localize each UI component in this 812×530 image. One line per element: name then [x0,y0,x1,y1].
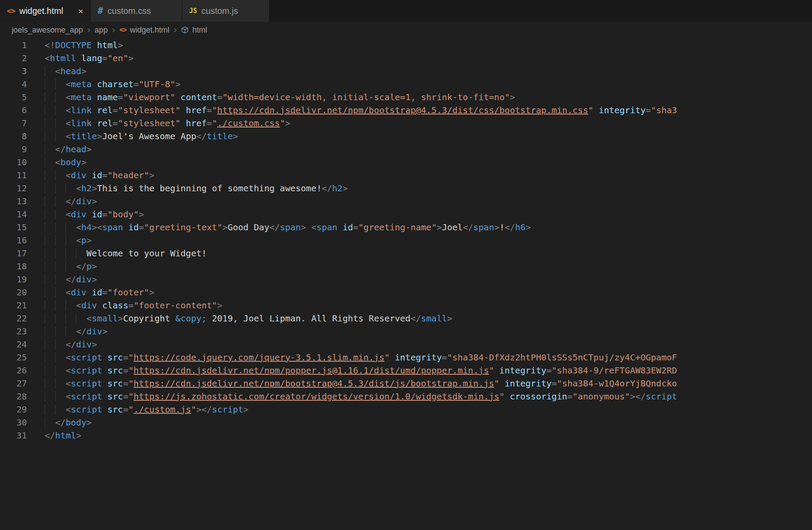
line-number[interactable]: 16 [0,234,27,247]
code-line-content[interactable]: </body> [27,416,92,429]
code-line-content[interactable]: </head> [27,143,92,156]
code-line-content[interactable]: <script src="https://cdn.jsdelivr.net/np… [27,377,677,390]
code-line-content[interactable]: <head> [27,65,86,78]
code-token: head [66,144,86,154]
tab-widget-html[interactable]: <> widget.html × [0,0,91,22]
line-number[interactable]: 18 [0,260,27,273]
code-line-content[interactable]: <div id="header"> [27,169,155,182]
line-number[interactable]: 30 [0,416,27,429]
code-line-content[interactable]: <body> [27,156,86,169]
code-line-content[interactable]: </div> [27,195,97,208]
line-number[interactable]: 23 [0,325,27,338]
code-token: < [97,222,102,232]
line-number[interactable]: 20 [0,286,27,299]
breadcrumb-item-app[interactable]: app [95,26,108,35]
code-token: 2019, Joel Lipman. All Rights Reserved [207,313,411,324]
line-number[interactable]: 21 [0,299,27,312]
line-number[interactable]: 7 [0,117,27,130]
line-number[interactable]: 8 [0,130,27,143]
code-line-content[interactable]: <div id="footer"> [27,286,155,299]
line-number[interactable]: 29 [0,403,27,416]
code-token: > [526,222,531,232]
line-number[interactable]: 28 [0,390,27,403]
close-tab-icon[interactable]: × [78,7,83,16]
breadcrumb-item-file[interactable]: <> widget.html [119,26,169,35]
code-line-content[interactable]: <title>Joel's Awesome App</title> [27,130,238,143]
code-line-content[interactable]: <script src="https://cdn.jsdelivr.net/np… [27,364,677,377]
code-token: div [76,196,92,206]
line-number[interactable]: 11 [0,169,27,182]
code-line-content[interactable]: <div id="body"> [27,208,144,221]
line-number[interactable]: 17 [0,247,27,260]
tab-custom-js[interactable]: JS custom.js [182,0,270,22]
code-token: = [102,287,107,298]
code-line: 23 </div> [0,325,812,338]
code-token: small [421,313,447,324]
breadcrumb-item-folder[interactable]: joels_awesome_app [12,26,83,35]
indent-guides [45,404,66,415]
line-number[interactable]: 24 [0,338,27,351]
code-line-content[interactable]: <link rel="stylesheet" href="https://cdn… [27,104,677,117]
breadcrumb-item-symbol[interactable]: html [181,26,207,35]
line-number[interactable]: 22 [0,312,27,325]
code-line: 17 Welcome to your Widget! [0,247,812,260]
line-number[interactable]: 26 [0,364,27,377]
code-token: < [66,404,71,415]
code-token: </ [66,196,76,206]
code-token: < [66,79,71,89]
code-line-content[interactable]: <p> [27,234,92,247]
tab-custom-css[interactable]: # custom.css [91,0,182,22]
line-number[interactable]: 19 [0,273,27,286]
code-line: 10 <body> [0,156,812,169]
code-line: 27 <script src="https://cdn.jsdelivr.net… [0,377,812,390]
code-line-content[interactable]: </div> [27,325,108,338]
code-line-content[interactable]: <meta charset="UTF-8"> [27,78,181,91]
line-number[interactable]: 13 [0,195,27,208]
code-token: > [92,274,97,285]
line-number[interactable]: 1 [0,39,27,52]
code-line-content[interactable]: </div> [27,273,97,286]
line-number[interactable]: 14 [0,208,27,221]
code-line: 12 <h2>This is the beginning of somethin… [0,182,812,195]
code-line-content[interactable]: <div class="footer-content"> [27,299,222,312]
code-token: div [81,300,97,311]
code-line-content[interactable]: </p> [27,260,97,273]
line-number[interactable]: 12 [0,182,27,195]
code-line-content[interactable]: </div> [27,338,97,351]
line-number[interactable]: 3 [0,65,27,78]
line-number[interactable]: 25 [0,351,27,364]
code-line-content[interactable]: <h4><span id="greeting-text">Good Day</s… [27,221,531,234]
code-editor[interactable]: 1<!DOCTYPE html>2<htmll lang="en">3 <hea… [0,38,812,530]
line-number[interactable]: 6 [0,104,27,117]
indent-guides [45,378,66,389]
code-line-content[interactable]: <link rel="stylesheet" href="./custom.cs… [27,117,290,130]
line-number[interactable]: 27 [0,377,27,390]
line-number[interactable]: 9 [0,143,27,156]
code-token: div [76,339,92,350]
line-number[interactable]: 15 [0,221,27,234]
line-number[interactable]: 5 [0,91,27,104]
line-number[interactable]: 31 [0,429,27,442]
tab-label: custom.js [201,6,238,16]
line-number[interactable]: 2 [0,52,27,65]
code-line-content[interactable]: </html> [27,429,81,442]
code-line: 15 <h4><span id="greeting-text">Good Day… [0,221,812,234]
code-line-content[interactable]: <htmll lang="en"> [27,52,134,65]
tab-label: widget.html [19,6,63,16]
code-line-content[interactable]: <script src="https://js.zohostatic.com/c… [27,390,677,403]
code-line-content[interactable]: <script src="./custom.js"></script> [27,403,249,416]
code-line-content[interactable]: <h2>This is the beginning of something a… [27,182,348,195]
code-line-content[interactable]: Welcome to your Widget! [27,247,207,260]
line-number[interactable]: 10 [0,156,27,169]
code-token: p [81,235,86,245]
code-token: Joel [442,222,463,232]
code-line-content[interactable]: <small>Copyright &copy; 2019, Joel Lipma… [27,312,452,325]
code-token: < [55,157,60,167]
line-number[interactable]: 4 [0,78,27,91]
code-line: 22 <small>Copyright &copy; 2019, Joel Li… [0,312,812,325]
indent-guides [45,287,66,298]
code-line-content[interactable]: <script src="https://code.jquery.com/jqu… [27,351,677,364]
code-line-content[interactable]: <!DOCTYPE html> [27,39,123,52]
code-line-content[interactable]: <meta name="viewport" content="width=dev… [27,91,515,104]
vscode-editor-window: <> widget.html × # custom.css JS custom.… [0,0,812,530]
